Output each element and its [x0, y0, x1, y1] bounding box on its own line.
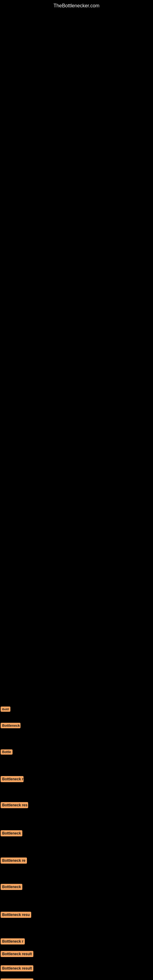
bottleneck-badge: Bottl [1, 706, 10, 712]
bottleneck-result-item: Bottleneck [0, 882, 22, 891]
bottleneck-result-item: Bottleneck result [0, 950, 33, 959]
bottleneck-result-item: Bottl [0, 705, 10, 714]
chart-area [0, 12, 153, 704]
bottleneck-badge: Bottleneck res [1, 802, 28, 808]
bottleneck-result-item: Bottleneck result [0, 964, 33, 973]
bottleneck-badge: Bottleneck re [1, 858, 27, 864]
bottleneck-badge: Bottleneck [1, 723, 21, 728]
bottleneck-result-item: Bottleneck res [0, 800, 28, 810]
bottleneck-badge: Bottleneck result [1, 978, 33, 980]
site-title: TheBottlenecker.com [0, 0, 153, 12]
bottleneck-badge: Bottleneck r [1, 776, 24, 782]
results-container: BottlBottleneckBottleBottleneck rBottlen… [0, 692, 153, 980]
bottleneck-badge: Bottleneck result [1, 965, 33, 971]
bottleneck-result-item: Bottleneck r [0, 775, 24, 784]
site-title-bar: TheBottlenecker.com [0, 0, 153, 12]
bottleneck-badge: Bottleneck r [1, 939, 25, 945]
bottleneck-result-item: Bottleneck result [0, 977, 33, 980]
bottleneck-result-item: Bottle [0, 747, 13, 756]
bottleneck-badge: Bottleneck result [1, 951, 33, 957]
bottleneck-result-item: Bottleneck re [0, 856, 27, 865]
bottleneck-badge: Bottleneck resu [1, 912, 31, 918]
bottleneck-result-item: Bottleneck resu [0, 910, 31, 920]
bottleneck-result-item: Bottleneck [0, 829, 22, 838]
bottleneck-badge: Bottle [1, 749, 13, 755]
bottleneck-badge: Bottleneck [1, 830, 22, 836]
bottleneck-result-item: Bottleneck r [0, 937, 25, 946]
bottleneck-result-item: Bottleneck [0, 721, 21, 730]
bottleneck-badge: Bottleneck [1, 884, 22, 890]
